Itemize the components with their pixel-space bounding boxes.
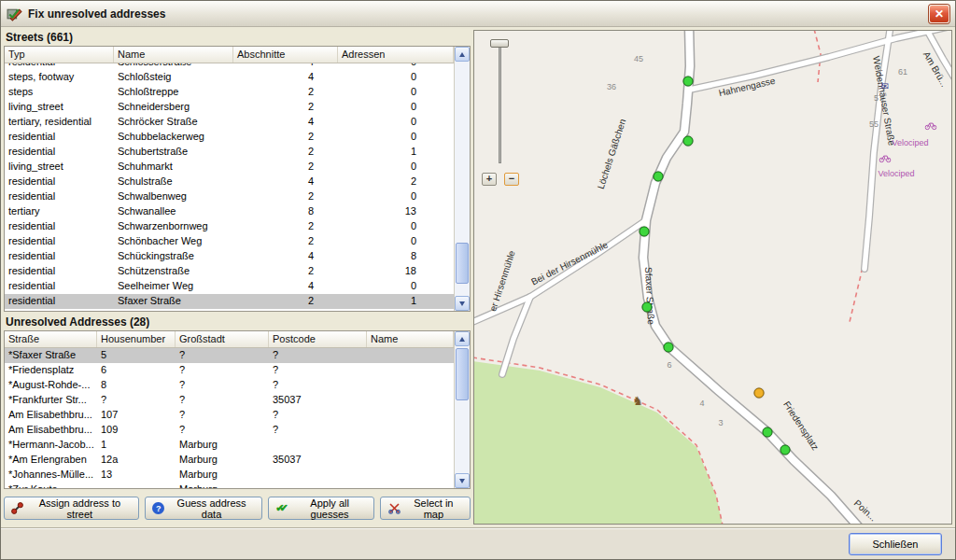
table-cell: Am Elisabethbru... (5, 423, 97, 438)
address-marker-orange[interactable] (754, 388, 765, 399)
table-row[interactable]: residentialSchwarzenbornweg20 (5, 219, 454, 234)
table-row[interactable]: *Am Erlengraben12aMarburg35037 (5, 453, 454, 468)
table-row[interactable]: Am Elisabethbru...109?? (5, 423, 454, 438)
addresses-vertical-scrollbar[interactable] (454, 331, 470, 488)
table-row[interactable]: residentialSchönbacher Weg20 (5, 234, 454, 249)
address-marker-green[interactable] (654, 172, 664, 182)
table-row[interactable]: residentialSchulstraße42 (5, 175, 454, 189)
table-cell: Schubertstraße (114, 145, 233, 160)
table-row[interactable]: *Hermann-Jacob...1Marburg (5, 438, 454, 453)
table-cell: steps (5, 85, 114, 100)
table-row[interactable]: Am Elisabethbru...107?? (5, 408, 454, 423)
table-cell: 2 (233, 130, 338, 145)
table-cell: 1 (338, 294, 454, 309)
table-cell: Marburg (176, 438, 269, 453)
table-cell: residential (5, 264, 114, 279)
address-marker-green[interactable] (780, 445, 791, 455)
table-cell (367, 438, 454, 453)
address-marker-green[interactable] (640, 227, 650, 237)
postbox-icon: ✉ (881, 82, 889, 91)
table-cell: *Friedensplatz (5, 363, 97, 378)
table-row[interactable]: *Frankfurter Str...??35037 (5, 393, 454, 408)
poi-label: Velociped (892, 138, 928, 147)
address-marker-green[interactable] (642, 302, 653, 313)
scroll-thumb[interactable] (456, 243, 469, 284)
table-cell: Schulstraße (114, 175, 233, 189)
streets-table-viewport: residentialSchlosserstraße40steps, footw… (5, 63, 454, 311)
check-glyph: ✔ (280, 502, 284, 513)
scroll-thumb[interactable] (456, 348, 469, 400)
table-row[interactable]: residentialSchlosserstraße40 (5, 63, 454, 70)
assign-address-button[interactable]: Assign address to street (4, 497, 139, 520)
select-in-map-button[interactable]: Select in map (380, 497, 471, 520)
close-icon[interactable]: ✕ (929, 5, 949, 23)
zoom-out-button[interactable]: − (504, 173, 519, 186)
apply-guesses-button[interactable]: ✔✔ Apply all guesses (268, 497, 374, 520)
streets-vertical-scrollbar[interactable] (454, 47, 470, 311)
zoom-slider-handle[interactable] (490, 39, 509, 48)
table-row[interactable]: residentialSeelheimer Weg40 (5, 279, 454, 294)
table-row[interactable]: residentialSchützenstraße218 (5, 264, 454, 279)
table-cell: 2 (233, 294, 338, 309)
guess-address-button[interactable]: ? Guess address data (145, 497, 262, 520)
table-row[interactable]: residentialSchubbelackerweg20 (5, 130, 454, 145)
address-marker-green[interactable] (763, 427, 773, 438)
table-cell (367, 348, 454, 363)
table-cell: Schneidersberg (114, 100, 233, 115)
table-row[interactable]: residentialSchückingstraße48 (5, 249, 454, 264)
column-header-name[interactable]: Name (367, 331, 454, 347)
title-bar[interactable]: Fix unresolved addresses ✕ (1, 1, 955, 27)
table-cell: 2 (233, 160, 338, 175)
table-cell (367, 453, 454, 468)
column-header-typ[interactable]: Typ (5, 47, 114, 63)
table-cell: residential (5, 63, 114, 70)
button-label: Apply all guesses (292, 497, 368, 520)
scroll-down-button[interactable] (455, 296, 470, 311)
scroll-up-button[interactable] (455, 47, 470, 62)
table-row[interactable]: *August-Rohde-...8?? (5, 378, 454, 393)
table-cell: Marburg (176, 453, 269, 468)
table-row[interactable]: residentialSfaxer Straße21 (5, 294, 454, 309)
schliessen-button[interactable]: Schließen (849, 533, 942, 555)
table-cell: Schlosserstraße (114, 63, 233, 70)
table-row[interactable]: stepsSchloßtreppe20 (5, 85, 454, 100)
table-row[interactable]: residentialSchubertstraße21 (5, 145, 454, 160)
zoom-slider[interactable] (499, 44, 501, 163)
column-header-grossstadt[interactable]: Großstadt (176, 331, 269, 347)
house-number-label: 4 (699, 399, 704, 408)
table-cell (367, 423, 454, 438)
column-header-name[interactable]: Name (114, 47, 233, 63)
table-row[interactable]: tertiary, residentialSchröcker Straße40 (5, 115, 454, 130)
column-header-strasse[interactable]: Straße (5, 331, 97, 347)
action-toolbar: Assign address to street ? Guess address… (4, 497, 471, 520)
table-row[interactable]: *Johannes-Mülle...13Marburg (5, 468, 454, 483)
table-cell: Schützenstraße (114, 264, 233, 279)
address-marker-green[interactable] (683, 136, 694, 147)
table-row[interactable]: residentialSchwalbenweg20 (5, 189, 454, 204)
table-cell: Schönbacher Weg (114, 234, 233, 249)
table-row[interactable]: living_streetSchuhmarkt20 (5, 160, 454, 175)
table-row[interactable]: *Sfaxer Straße5?? (5, 348, 454, 363)
column-header-adressen[interactable]: Adressen (338, 47, 454, 63)
scroll-up-button[interactable] (455, 331, 470, 346)
table-cell: Schloßtreppe (114, 85, 233, 100)
table-row[interactable]: steps, footwaySchloßsteig40 (5, 70, 454, 85)
scroll-down-button[interactable] (455, 473, 470, 488)
table-cell: residential (5, 130, 114, 145)
table-cell: residential (5, 189, 114, 204)
map-view[interactable]: HahnengasseLöchels GäßchenWeidenhäuser S… (473, 30, 952, 525)
table-row[interactable]: tertiarySchwanallee813 (5, 204, 454, 219)
address-marker-green[interactable] (683, 77, 694, 87)
table-row[interactable]: *Zur Kaute...Marburg (5, 483, 454, 488)
column-header-abschnitte[interactable]: Abschnitte (233, 47, 338, 63)
zoom-in-button[interactable]: + (482, 173, 497, 186)
dialog-footer: Schließen (1, 527, 955, 559)
app-icon (7, 6, 22, 21)
address-marker-green[interactable] (664, 343, 674, 353)
table-cell: 4 (233, 249, 338, 264)
map-overlay: HahnengasseLöchels GäßchenWeidenhäuser S… (474, 31, 951, 524)
column-header-housenumber[interactable]: Housenumber (97, 331, 176, 347)
column-header-postcode[interactable]: Postcode (269, 331, 367, 347)
table-row[interactable]: *Friedensplatz6?? (5, 363, 454, 378)
table-row[interactable]: living_streetSchneidersberg20 (5, 100, 454, 115)
